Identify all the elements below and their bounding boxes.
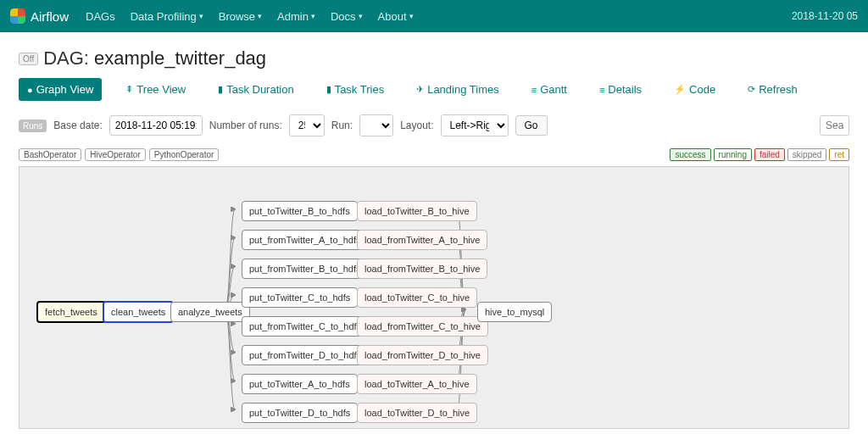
node-clean-tweets[interactable]: clean_tweets xyxy=(103,301,174,323)
num-runs-label: Number of runs: xyxy=(209,120,282,131)
brand-text: Airflow xyxy=(31,9,69,24)
nav-item-dags[interactable]: DAGs xyxy=(86,10,115,23)
layout-label: Layout: xyxy=(400,120,433,131)
tab-refresh[interactable]: ⟳Refresh xyxy=(739,78,806,101)
tab-gantt[interactable]: ≡Gantt xyxy=(523,78,576,101)
node-put_fromTwitter_A_to_hdfs[interactable]: put_fromTwitter_A_to_hdfs xyxy=(242,230,368,250)
node-put_fromTwitter_C_to_hdfs[interactable]: put_fromTwitter_C_to_hdfs xyxy=(242,316,369,337)
tab-tree-view[interactable]: ⇞Tree View xyxy=(117,78,194,101)
node-put_toTwitter_C_to_hdfs[interactable]: put_toTwitter_C_to_hdfs xyxy=(242,287,358,308)
status-chip-skipped: skipped xyxy=(787,148,826,161)
tab-task-duration[interactable]: ▮Task Duration xyxy=(209,78,302,101)
status-chip-success: success xyxy=(670,148,710,161)
search-input[interactable] xyxy=(820,115,849,136)
node-put_fromTwitter_B_to_hdfs[interactable]: put_fromTwitter_B_to_hdfs xyxy=(242,259,368,279)
nav-item-about[interactable]: About▾ xyxy=(378,10,414,23)
node-load_fromTwitter_B_to_hive[interactable]: load_fromTwitter_B_to_hive xyxy=(357,259,487,279)
node-load_toTwitter_D_to_hive[interactable]: load_toTwitter_D_to_hive xyxy=(357,403,477,423)
dag-title-row: Off DAG: example_twitter_dag xyxy=(19,47,849,70)
tab-task-tries[interactable]: ▮Task Tries xyxy=(318,78,393,101)
tab-landing-times[interactable]: ✈Landing Times xyxy=(408,78,508,101)
node-load_fromTwitter_D_to_hive[interactable]: load_fromTwitter_D_to_hive xyxy=(357,345,488,365)
controls-row: Runs Base date: Number of runs: 25 Run: … xyxy=(19,114,849,136)
run-label: Run: xyxy=(331,120,353,131)
base-date-input[interactable] xyxy=(109,115,203,136)
navbar-clock: 2018-11-20 05 xyxy=(792,10,858,22)
operator-chip-hiveoperator: HiveOperator xyxy=(85,148,145,161)
node-load_toTwitter_B_to_hive[interactable]: load_toTwitter_B_to_hive xyxy=(357,201,477,221)
view-tabs: ●Graph View⇞Tree View▮Task Duration▮Task… xyxy=(19,78,849,101)
node-analyze-tweets[interactable]: analyze_tweets xyxy=(170,302,250,322)
node-put_toTwitter_B_to_hdfs[interactable]: put_toTwitter_B_to_hdfs xyxy=(242,201,358,221)
pinwheel-icon xyxy=(10,8,25,24)
node-put_toTwitter_A_to_hdfs[interactable]: put_toTwitter_A_to_hdfs xyxy=(242,374,358,394)
node-load_fromTwitter_C_to_hive[interactable]: load_fromTwitter_C_to_hive xyxy=(357,316,488,337)
node-fetch-tweets[interactable]: fetch_tweets xyxy=(36,301,106,323)
tab-code[interactable]: ⚡Code xyxy=(665,78,724,101)
node-load_toTwitter_A_to_hive[interactable]: load_toTwitter_A_to_hive xyxy=(357,374,477,394)
tab-graph-view[interactable]: ●Graph View xyxy=(19,78,102,101)
node-load_toTwitter_C_to_hive[interactable]: load_toTwitter_C_to_hive xyxy=(357,287,477,308)
navbar: Airflow DAGsData Profiling▾Browse▾Admin▾… xyxy=(0,0,868,32)
num-runs-select[interactable]: 25 xyxy=(289,114,325,136)
status-chip-running: running xyxy=(714,148,752,161)
base-date-label: Base date: xyxy=(53,120,102,131)
run-select[interactable] xyxy=(359,114,393,136)
status-chip-ret: ret xyxy=(829,148,849,161)
operator-chip-bashoperator: BashOperator xyxy=(19,148,81,161)
nav-item-admin[interactable]: Admin▾ xyxy=(277,10,315,23)
status-legend: successrunningfailedskippedret xyxy=(670,148,849,161)
nav-item-browse[interactable]: Browse▾ xyxy=(219,10,262,23)
graph-area[interactable]: fetch_tweets clean_tweets analyze_tweets… xyxy=(19,166,849,429)
status-chip-failed: failed xyxy=(754,148,785,161)
operator-chip-pythonoperator: PythonOperator xyxy=(149,148,220,161)
dag-toggle[interactable]: Off xyxy=(19,53,38,65)
go-button[interactable]: Go xyxy=(515,115,548,136)
node-load_fromTwitter_A_to_hive[interactable]: load_fromTwitter_A_to_hive xyxy=(357,230,487,250)
node-put_fromTwitter_D_to_hdfs[interactable]: put_fromTwitter_D_to_hdfs xyxy=(242,345,369,365)
node-hive-to-mysql[interactable]: hive_to_mysql xyxy=(477,302,552,322)
runs-badge: Runs xyxy=(19,120,47,132)
node-put_toTwitter_D_to_hdfs[interactable]: put_toTwitter_D_to_hdfs xyxy=(242,403,358,423)
nav-item-data-profiling[interactable]: Data Profiling▾ xyxy=(131,10,203,23)
layout-select[interactable]: Left->Right xyxy=(441,114,509,136)
dag-name: example_twitter_dag xyxy=(94,47,266,69)
nav-item-docs[interactable]: Docs▾ xyxy=(331,10,363,23)
operator-legend: BashOperatorHiveOperatorPythonOperator xyxy=(19,148,219,161)
brand[interactable]: Airflow xyxy=(10,8,69,24)
tab-details[interactable]: ≡Details xyxy=(591,78,650,101)
legend-row: BashOperatorHiveOperatorPythonOperator s… xyxy=(19,148,849,161)
dag-label: DAG: xyxy=(43,47,89,69)
